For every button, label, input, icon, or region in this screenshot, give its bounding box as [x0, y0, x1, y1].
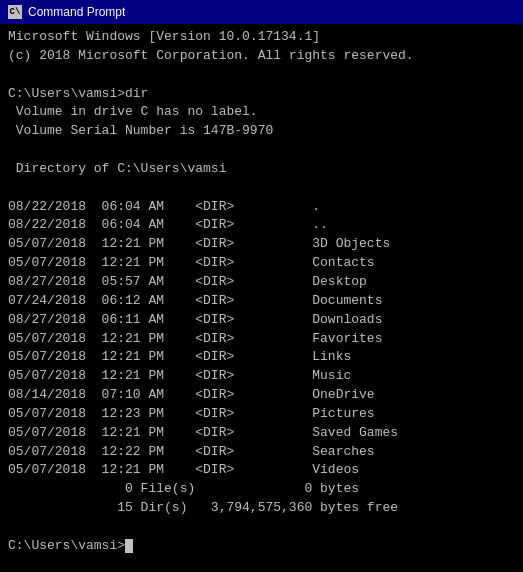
title-bar: C\ Command Prompt	[0, 0, 523, 24]
command-prompt-window: C\ Command Prompt Microsoft Windows [Ver…	[0, 0, 523, 572]
window-icon: C\	[8, 5, 22, 19]
title-bar-text: Command Prompt	[28, 5, 125, 19]
cursor	[125, 539, 133, 553]
terminal-output[interactable]: Microsoft Windows [Version 10.0.17134.1]…	[0, 24, 523, 572]
